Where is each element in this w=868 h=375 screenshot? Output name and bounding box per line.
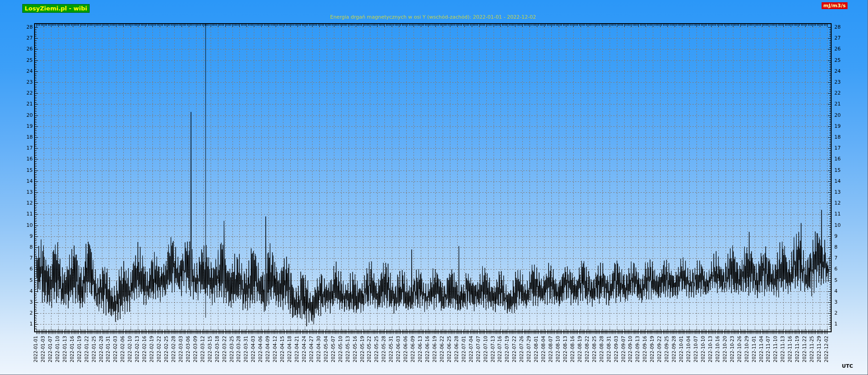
x-tick-label: 2022-02-03 xyxy=(113,336,118,362)
x-tick-label: 2022-06-16 xyxy=(425,336,430,362)
x-tick-label: 2022-10-04 xyxy=(686,336,691,362)
y-tick-label-right: 27 xyxy=(834,35,848,41)
x-tick-label: 2022-01-31 xyxy=(106,336,111,362)
x-tick-label: 2022-08-28 xyxy=(599,336,604,362)
y-tick-label-right: 26 xyxy=(834,46,848,52)
timezone-label: UTC xyxy=(842,363,853,369)
y-tick-label-right: 22 xyxy=(834,90,848,96)
x-tick-label: 2022-12-02 xyxy=(824,336,829,362)
x-tick-label: 2022-01-16 xyxy=(70,336,75,362)
x-tick-label: 2022-08-13 xyxy=(563,336,568,362)
x-tick-label: 2022-08-10 xyxy=(555,336,560,362)
y-tick-label-left: 19 xyxy=(19,124,33,129)
x-tick-label: 2022-08-16 xyxy=(570,336,575,362)
y-tick-label-right: 2 xyxy=(834,310,848,316)
x-tick-label: 2022-06-19 xyxy=(432,336,437,362)
y-tick-label-right: 24 xyxy=(834,69,848,74)
x-tick-label: 2022-09-13 xyxy=(635,336,640,362)
x-tick-label: 2022-10-13 xyxy=(708,336,713,362)
x-tick-label: 2022-11-19 xyxy=(795,336,800,362)
x-tick-label: 2022-11-07 xyxy=(766,336,771,362)
y-tick-label-right: 14 xyxy=(834,179,848,184)
x-tick-label: 2022-02-25 xyxy=(164,336,169,362)
x-tick-label: 2022-04-24 xyxy=(302,336,307,362)
x-tick-label: 2022-09-22 xyxy=(657,336,662,362)
x-tick-label: 2022-10-16 xyxy=(715,336,720,362)
x-tick-label: 2022-11-10 xyxy=(773,336,778,362)
x-tick-label: 2022-10-29 xyxy=(744,336,749,362)
y-tick-label-left: 10 xyxy=(19,223,33,228)
x-tick-label: 2022-05-16 xyxy=(353,336,358,362)
y-tick-label-left: 13 xyxy=(19,190,33,195)
x-tick-label: 2022-06-03 xyxy=(396,336,401,362)
x-tick-label: 2022-03-25 xyxy=(229,336,234,362)
x-tick-label: 2022-09-28 xyxy=(671,336,676,362)
x-tick-label: 2022-08-19 xyxy=(577,336,582,362)
x-tick-label: 2022-01-07 xyxy=(48,336,53,362)
x-tick-label: 2022-01-25 xyxy=(91,336,96,362)
x-tick-label: 2022-07-16 xyxy=(497,336,502,362)
y-tick-label-left: 22 xyxy=(19,90,33,96)
x-tick-label: 2022-11-29 xyxy=(817,336,822,362)
x-tick-label: 2022-10-07 xyxy=(693,336,698,362)
x-tick-label: 2022-03-12 xyxy=(200,336,205,362)
x-tick-label: 2022-04-09 xyxy=(265,336,270,362)
y-tick-label-right: 5 xyxy=(834,278,848,283)
x-tick-label: 2022-08-25 xyxy=(592,336,597,362)
x-tick-label: 2022-02-16 xyxy=(142,336,147,362)
y-tick-label-right: 12 xyxy=(834,200,848,206)
y-tick-label-left: 17 xyxy=(19,145,33,151)
y-tick-label-right: 17 xyxy=(834,145,848,151)
x-tick-label: 2022-03-03 xyxy=(178,336,183,362)
y-tick-label-left: 9 xyxy=(19,234,33,239)
x-tick-label: 2022-04-06 xyxy=(258,336,263,362)
x-tick-label: 2022-05-31 xyxy=(389,336,394,362)
x-tick-label: 2022-01-22 xyxy=(84,336,89,362)
x-tick-label: 2022-04-18 xyxy=(287,336,292,362)
x-tick-label: 2022-10-01 xyxy=(679,336,684,362)
x-tick-label: 2022-03-18 xyxy=(215,336,220,362)
y-tick-label-left: 27 xyxy=(19,35,33,41)
y-tick-label-left: 21 xyxy=(19,101,33,107)
x-tick-label: 2022-07-13 xyxy=(490,336,495,362)
x-tick-label: 2022-08-22 xyxy=(585,336,590,362)
x-tick-label: 2022-05-10 xyxy=(338,336,343,362)
x-tick-label: 2022-07-01 xyxy=(461,336,466,362)
x-tick-label: 2022-01-28 xyxy=(99,336,104,362)
x-tick-label: 2022-07-29 xyxy=(526,336,531,362)
y-tick-label-left: 2 xyxy=(19,310,33,316)
y-tick-label-right: 15 xyxy=(834,168,848,173)
x-tick-label: 2022-03-06 xyxy=(186,336,191,362)
x-tick-label: 2022-04-30 xyxy=(316,336,321,362)
x-tick-label: 2022-05-04 xyxy=(323,336,328,362)
y-tick-label-left: 15 xyxy=(19,168,33,173)
y-tick-label-right: 3 xyxy=(834,300,848,305)
y-tick-label-left: 5 xyxy=(19,278,33,283)
y-tick-label-right: 1 xyxy=(834,321,848,327)
y-tick-label-left: 16 xyxy=(19,156,33,162)
y-tick-label-right: 9 xyxy=(834,234,848,239)
y-tick-label-left: 18 xyxy=(19,135,33,140)
x-tick-label: 2022-01-01 xyxy=(33,336,38,362)
x-tick-label: 2022-04-15 xyxy=(280,336,285,362)
x-tick-label: 2022-08-04 xyxy=(541,336,546,362)
x-tick-label: 2022-08-01 xyxy=(534,336,539,362)
x-tick-label: 2022-09-10 xyxy=(628,336,633,362)
x-tick-label: 2022-11-16 xyxy=(787,336,792,362)
x-tick-label: 2022-11-04 xyxy=(759,336,764,362)
x-tick-label: 2022-08-07 xyxy=(548,336,553,362)
y-tick-label-right: 25 xyxy=(834,58,848,63)
x-tick-label: 2022-11-25 xyxy=(809,336,814,362)
x-tick-label: 2022-02-19 xyxy=(149,336,154,362)
y-tick-label-left: 1 xyxy=(19,321,33,327)
y-tick-label-right: 7 xyxy=(834,255,848,261)
x-tick-label: 2022-02-13 xyxy=(135,336,140,362)
magnetogram-plot xyxy=(0,0,868,375)
x-tick-label: 2022-09-16 xyxy=(642,336,647,362)
y-tick-label-left: 20 xyxy=(19,113,33,118)
x-tick-label: 2022-04-12 xyxy=(273,336,278,362)
x-tick-label: 2022-08-31 xyxy=(606,336,611,362)
y-tick-label-right: 10 xyxy=(834,223,848,228)
x-tick-label: 2022-04-27 xyxy=(309,336,314,362)
x-tick-label: 2022-10-20 xyxy=(722,336,727,362)
